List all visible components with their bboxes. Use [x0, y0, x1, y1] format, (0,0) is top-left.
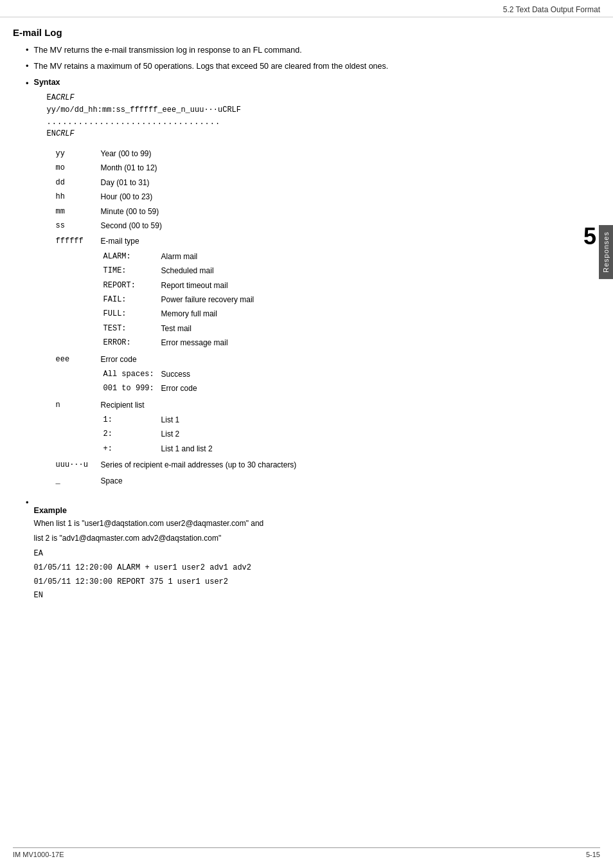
sub-desc: Test mail — [159, 321, 257, 336]
bullet-dot-2: • — [26, 61, 29, 71]
sub-code: FULL: — [101, 307, 159, 321]
uuu-code: uuu···u — [53, 458, 98, 472]
param-code: mm — [53, 204, 98, 219]
n-row: n Recipient list 1: List 1 2: List 2 +: … — [53, 398, 218, 457]
footer-left: IM MV1000-17E — [13, 851, 64, 858]
n-table: n Recipient list 1: List 1 2: List 2 +: … — [53, 398, 218, 457]
n-sub-row: 2: List 2 — [101, 427, 215, 441]
header: 5.2 Text Data Output Format — [0, 0, 613, 17]
param-row: dd Day (01 to 31) — [53, 176, 164, 190]
sub-desc: List 1 — [159, 413, 215, 427]
sub-code: TEST: — [101, 321, 159, 336]
syntax-end: EN — [47, 129, 56, 138]
sub-desc: List 2 — [159, 427, 215, 441]
syntax-block: EACRLF yy/mo/dd_hh:mm:ss_ffffff_eee_n_uu… — [47, 92, 299, 141]
bullet-dot-example: • — [26, 498, 29, 507]
underscore-row: _ Space — [53, 474, 125, 488]
section-heading: E-mail Log — [13, 27, 574, 38]
syntax-bullet: • Syntax EACRLF yy/mo/dd_hh:mm:ss_ffffff… — [13, 78, 574, 489]
example-text-2: list 2 is "adv1@daqmaster.com adv2@daqst… — [34, 532, 264, 545]
section-title: 5.2 Text Data Output Format — [503, 5, 600, 14]
syntax-format-line: yy/mo/dd_hh:mm:ss_ffffff_eee_n_uuu···uCR… — [47, 104, 299, 116]
param-row: yy Year (00 to 99) — [53, 147, 164, 161]
sub-code: 1: — [101, 413, 159, 427]
ffffff-sub-row: ERROR: Error message mail — [101, 336, 257, 350]
uuu-table: uuu···u Series of recipient e-mail addre… — [53, 458, 299, 472]
sub-code: 2: — [101, 427, 159, 441]
eee-table: eee Error code All spaces: Success 001 t… — [53, 352, 202, 397]
ffffff-sub-row: FULL: Memory full mail — [101, 307, 257, 321]
underscore-desc: Space — [98, 474, 125, 488]
ffffff-code: ffffff — [53, 234, 98, 350]
param-code: yy — [53, 147, 98, 161]
param-row: mm Minute (00 to 59) — [53, 204, 164, 219]
eee-row: eee Error code All spaces: Success 001 t… — [53, 352, 202, 397]
bullet-text-1: The MV returns the e-mail transmission l… — [34, 44, 302, 57]
ffffff-sub-row: TIME: Scheduled mail — [101, 264, 257, 278]
chapter-tab: Responses — [599, 225, 613, 279]
param-code: mo — [53, 161, 98, 175]
ffffff-sub-row: FAIL: Power failure recovery mail — [101, 293, 257, 307]
param-row: ss Second (00 to 59) — [53, 219, 164, 233]
param-desc: Second (00 to 59) — [98, 219, 164, 233]
sub-desc: Power failure recovery mail — [159, 293, 257, 307]
sub-desc: Error code — [159, 381, 200, 395]
bullet-text-2: The MV retains a maximum of 50 operation… — [34, 60, 389, 73]
eee-sub-row: All spaces: Success — [101, 367, 200, 381]
param-desc: Year (00 to 99) — [98, 147, 164, 161]
ffffff-sub-table: ALARM: Alarm mail TIME: Scheduled mail R… — [101, 249, 257, 350]
main-content: E-mail Log • The MV returns the e-mail t… — [0, 17, 613, 620]
bullet-dot-1: • — [26, 45, 29, 55]
page: 5.2 Text Data Output Format 5 Responses … — [0, 0, 613, 868]
ffffff-desc: E-mail type ALARM: Alarm mail TIME: Sche… — [98, 234, 260, 350]
param-row: mo Month (01 to 12) — [53, 161, 164, 175]
underscore-table: _ Space — [53, 474, 125, 488]
syntax-crlf-start: CRLF — [56, 93, 75, 102]
sub-code: ERROR: — [101, 336, 159, 350]
example-code-line: 01/05/11 12:20:00 ALARM + user1 user2 ad… — [34, 561, 264, 575]
bullet-item-1: • The MV returns the e-mail transmission… — [13, 44, 574, 57]
param-table: yy Year (00 to 99) mo Month (01 to 12) d… — [53, 147, 164, 233]
sub-desc: Success — [159, 367, 200, 381]
sub-desc: List 1 and list 2 — [159, 442, 215, 456]
sub-code: ALARM: — [101, 249, 159, 264]
syntax-label: Syntax — [34, 78, 299, 87]
n-code: n — [53, 398, 98, 457]
param-desc: Day (01 to 31) — [98, 176, 164, 190]
example-code: EA01/05/11 12:20:00 ALARM + user1 user2 … — [34, 547, 264, 602]
syntax-crlf-end: CRLF — [56, 129, 75, 138]
eee-sub-table: All spaces: Success 001 to 999: Error co… — [101, 367, 200, 396]
syntax-section: Syntax EACRLF yy/mo/dd_hh:mm:ss_ffffff_e… — [34, 78, 299, 489]
example-label: Example — [34, 506, 264, 515]
sub-desc: Report timeout mail — [159, 278, 257, 293]
n-sub-table: 1: List 1 2: List 2 +: List 1 and list 2 — [101, 413, 215, 456]
sub-desc: Memory full mail — [159, 307, 257, 321]
example-text-1: When list 1 is "user1@daqstation.com use… — [34, 518, 264, 530]
param-desc: Hour (00 to 23) — [98, 190, 164, 204]
sub-code: 001 to 999: — [101, 381, 159, 395]
eee-desc: Error code All spaces: Success 001 to 99… — [98, 352, 202, 397]
syntax-start-line: EACRLF — [47, 92, 299, 104]
sub-code: FAIL: — [101, 293, 159, 307]
ffffff-sub-row: TEST: Test mail — [101, 321, 257, 336]
n-sub-row: +: List 1 and list 2 — [101, 442, 215, 456]
eee-sub-row: 001 to 999: Error code — [101, 381, 200, 395]
chapter-number: 5 — [583, 225, 596, 248]
syntax-dots: ................................. — [47, 118, 299, 127]
sub-desc: Alarm mail — [159, 249, 257, 264]
syntax-end-line: ENCRLF — [47, 128, 299, 140]
ffffff-table: ffffff E-mail type ALARM: Alarm mail TIM… — [53, 234, 260, 350]
eee-code: eee — [53, 352, 98, 397]
param-desc: Minute (00 to 59) — [98, 204, 164, 219]
footer: IM MV1000-17E 5-15 — [13, 847, 600, 858]
bullet-dot-syntax: • — [26, 78, 29, 88]
example-code-line: 01/05/11 12:30:00 REPORT 375 1 user1 use… — [34, 575, 264, 590]
ffffff-row: ffffff E-mail type ALARM: Alarm mail TIM… — [53, 234, 260, 350]
footer-right: 5-15 — [586, 851, 600, 858]
bullet-item-2: • The MV retains a maximum of 50 operati… — [13, 60, 574, 73]
ffffff-sub-row: ALARM: Alarm mail — [101, 249, 257, 264]
param-code: ss — [53, 219, 98, 233]
sub-code: All spaces: — [101, 367, 159, 381]
sub-desc: Scheduled mail — [159, 264, 257, 278]
ffffff-sub-row: REPORT: Report timeout mail — [101, 278, 257, 293]
